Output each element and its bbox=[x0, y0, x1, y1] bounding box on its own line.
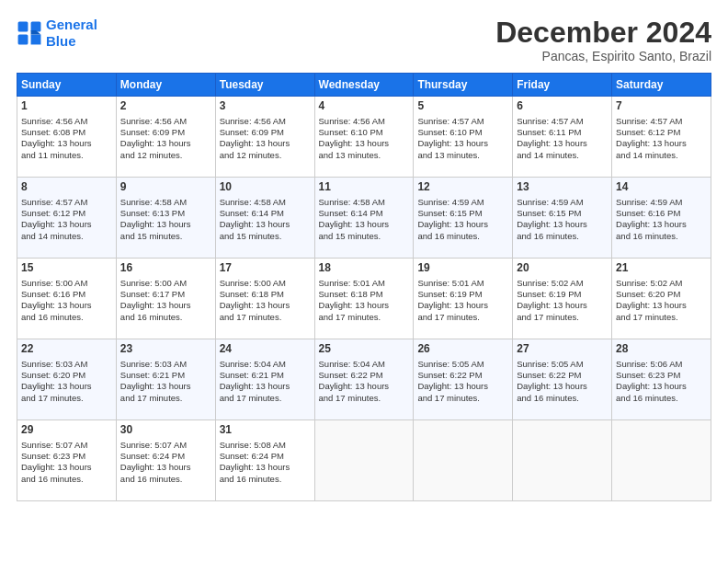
svg-rect-1 bbox=[31, 22, 41, 32]
daylight-label: Daylight: 13 hours bbox=[220, 219, 290, 229]
col-header-saturday: Saturday bbox=[612, 74, 711, 97]
calendar-cell: 8 Sunrise: 4:57 AM Sunset: 6:12 PM Dayli… bbox=[17, 178, 117, 259]
calendar-cell: 16 Sunrise: 5:00 AM Sunset: 6:17 PM Dayl… bbox=[116, 259, 215, 339]
daylight-detail: and 17 minutes. bbox=[319, 312, 381, 322]
title-block: December 2024 Pancas, Espirito Santo, Br… bbox=[495, 17, 711, 63]
day-number: 7 bbox=[616, 99, 707, 114]
daylight-label: Daylight: 13 hours bbox=[120, 219, 191, 229]
daylight-detail: and 13 minutes. bbox=[319, 150, 381, 160]
sunrise-label: Sunrise: 5:00 AM bbox=[120, 278, 187, 288]
day-number: 25 bbox=[319, 342, 410, 357]
sunrise-label: Sunrise: 4:57 AM bbox=[21, 197, 87, 207]
col-header-friday: Friday bbox=[513, 74, 612, 97]
sunrise-label: Sunrise: 4:59 AM bbox=[517, 197, 583, 207]
sunrise-label: Sunrise: 5:05 AM bbox=[417, 359, 483, 369]
sunrise-label: Sunrise: 5:00 AM bbox=[220, 278, 286, 288]
header: General Blue December 2024 Pancas, Espir… bbox=[17, 17, 711, 63]
calendar-cell: 14 Sunrise: 4:59 AM Sunset: 6:16 PM Dayl… bbox=[612, 178, 711, 259]
calendar-cell: 28 Sunrise: 5:06 AM Sunset: 6:23 PM Dayl… bbox=[612, 339, 711, 420]
daylight-label: Daylight: 13 hours bbox=[417, 381, 488, 391]
sunrise-label: Sunrise: 5:07 AM bbox=[21, 440, 87, 450]
calendar-cell bbox=[414, 420, 513, 501]
logo-text: General Blue bbox=[46, 17, 97, 50]
daylight-label: Daylight: 13 hours bbox=[21, 300, 92, 310]
calendar-cell: 4 Sunrise: 4:56 AM Sunset: 6:10 PM Dayli… bbox=[314, 97, 414, 178]
sunset-label: Sunset: 6:10 PM bbox=[417, 127, 482, 137]
daylight-detail: and 16 minutes. bbox=[21, 312, 84, 322]
calendar-cell bbox=[612, 420, 711, 501]
daylight-label: Daylight: 13 hours bbox=[220, 138, 290, 148]
logo-icon bbox=[17, 20, 42, 46]
daylight-label: Daylight: 13 hours bbox=[616, 300, 687, 310]
calendar-cell: 12 Sunrise: 4:59 AM Sunset: 6:15 PM Dayl… bbox=[414, 178, 513, 259]
day-number: 10 bbox=[220, 180, 311, 195]
daylight-label: Daylight: 13 hours bbox=[517, 219, 587, 229]
daylight-detail: and 16 minutes. bbox=[417, 231, 480, 241]
day-number: 30 bbox=[120, 423, 211, 438]
logo-line1: General bbox=[46, 17, 97, 32]
calendar-table: SundayMondayTuesdayWednesdayThursdayFrid… bbox=[17, 73, 711, 501]
day-number: 22 bbox=[21, 342, 112, 357]
day-number: 3 bbox=[220, 99, 311, 114]
sunrise-label: Sunrise: 4:58 AM bbox=[120, 197, 187, 207]
svg-rect-0 bbox=[18, 22, 28, 32]
daylight-label: Daylight: 13 hours bbox=[417, 138, 488, 148]
day-number: 26 bbox=[417, 342, 508, 357]
day-number: 6 bbox=[517, 99, 608, 114]
calendar-cell: 27 Sunrise: 5:05 AM Sunset: 6:22 PM Dayl… bbox=[513, 339, 612, 420]
sunrise-label: Sunrise: 4:57 AM bbox=[417, 116, 483, 126]
sunrise-label: Sunrise: 4:57 AM bbox=[517, 116, 583, 126]
daylight-detail: and 17 minutes. bbox=[120, 393, 183, 403]
daylight-detail: and 12 minutes. bbox=[120, 150, 183, 160]
daylight-detail: and 17 minutes. bbox=[517, 312, 579, 322]
daylight-label: Daylight: 13 hours bbox=[21, 381, 92, 391]
daylight-detail: and 14 minutes. bbox=[21, 231, 84, 241]
sunset-label: Sunset: 6:23 PM bbox=[21, 451, 85, 461]
daylight-detail: and 12 minutes. bbox=[220, 150, 282, 160]
svg-marker-3 bbox=[31, 35, 41, 45]
month-title: December 2024 bbox=[495, 17, 711, 49]
calendar-cell: 9 Sunrise: 4:58 AM Sunset: 6:13 PM Dayli… bbox=[116, 178, 215, 259]
day-number: 31 bbox=[220, 423, 311, 438]
sunrise-label: Sunrise: 5:02 AM bbox=[616, 278, 682, 288]
sunset-label: Sunset: 6:18 PM bbox=[220, 289, 284, 299]
daylight-detail: and 17 minutes. bbox=[220, 312, 282, 322]
calendar-cell: 29 Sunrise: 5:07 AM Sunset: 6:23 PM Dayl… bbox=[17, 420, 117, 501]
daylight-label: Daylight: 13 hours bbox=[616, 381, 687, 391]
day-number: 5 bbox=[417, 99, 508, 114]
day-number: 13 bbox=[517, 180, 608, 195]
daylight-label: Daylight: 13 hours bbox=[319, 138, 390, 148]
svg-rect-2 bbox=[18, 35, 28, 45]
calendar-header-row: SundayMondayTuesdayWednesdayThursdayFrid… bbox=[17, 74, 711, 97]
daylight-label: Daylight: 13 hours bbox=[21, 219, 92, 229]
daylight-detail: and 15 minutes. bbox=[220, 231, 282, 241]
sunset-label: Sunset: 6:16 PM bbox=[21, 289, 85, 299]
daylight-label: Daylight: 13 hours bbox=[517, 300, 587, 310]
sunset-label: Sunset: 6:14 PM bbox=[319, 208, 383, 218]
calendar-cell: 18 Sunrise: 5:01 AM Sunset: 6:18 PM Dayl… bbox=[314, 259, 414, 339]
daylight-detail: and 16 minutes. bbox=[616, 393, 678, 403]
sunrise-label: Sunrise: 5:07 AM bbox=[120, 440, 187, 450]
sunset-label: Sunset: 6:10 PM bbox=[319, 127, 383, 137]
calendar-week-row: 29 Sunrise: 5:07 AM Sunset: 6:23 PM Dayl… bbox=[17, 420, 711, 501]
daylight-detail: and 17 minutes. bbox=[21, 393, 84, 403]
calendar-cell: 30 Sunrise: 5:07 AM Sunset: 6:24 PM Dayl… bbox=[116, 420, 215, 501]
daylight-detail: and 16 minutes. bbox=[517, 393, 579, 403]
daylight-label: Daylight: 13 hours bbox=[319, 381, 390, 391]
daylight-detail: and 17 minutes. bbox=[220, 393, 282, 403]
day-number: 4 bbox=[319, 99, 410, 114]
sunset-label: Sunset: 6:15 PM bbox=[517, 208, 581, 218]
sunset-label: Sunset: 6:12 PM bbox=[21, 208, 85, 218]
sunset-label: Sunset: 6:19 PM bbox=[517, 289, 581, 299]
calendar-week-row: 15 Sunrise: 5:00 AM Sunset: 6:16 PM Dayl… bbox=[17, 259, 711, 339]
daylight-detail: and 14 minutes. bbox=[616, 150, 678, 160]
calendar-cell: 1 Sunrise: 4:56 AM Sunset: 6:08 PM Dayli… bbox=[17, 97, 117, 178]
calendar-cell: 24 Sunrise: 5:04 AM Sunset: 6:21 PM Dayl… bbox=[215, 339, 314, 420]
daylight-detail: and 17 minutes. bbox=[319, 393, 381, 403]
sunset-label: Sunset: 6:24 PM bbox=[220, 451, 284, 461]
sunset-label: Sunset: 6:22 PM bbox=[417, 370, 482, 380]
daylight-label: Daylight: 13 hours bbox=[517, 381, 587, 391]
sunset-label: Sunset: 6:22 PM bbox=[319, 370, 383, 380]
daylight-label: Daylight: 13 hours bbox=[120, 381, 191, 391]
sunset-label: Sunset: 6:20 PM bbox=[616, 289, 680, 299]
